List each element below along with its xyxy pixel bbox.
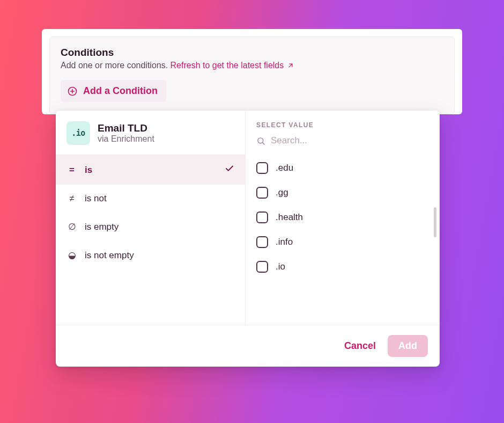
- operator-label: is not empty: [85, 250, 134, 261]
- value-search-input[interactable]: [271, 135, 429, 146]
- operator-is-empty[interactable]: ∅ is empty: [56, 213, 245, 241]
- popover-footer: Cancel Add: [56, 325, 440, 367]
- operator-list: = is ≠ is not ∅ is empty: [56, 155, 245, 325]
- field-name: Email TLD: [98, 122, 154, 134]
- value-section-heading: Select Value: [246, 111, 440, 132]
- conditions-panel: Conditions Add one or more conditions. R…: [49, 37, 455, 114]
- panel-subtitle-row: Add one or more conditions. Refresh to g…: [61, 61, 443, 70]
- operator-label: is empty: [85, 222, 118, 232]
- operator-label: is not: [85, 193, 107, 204]
- refresh-link-text: Refresh to get the latest fields: [171, 61, 284, 70]
- operator-is-not-empty[interactable]: ◒ is not empty: [56, 241, 245, 269]
- plus-circle-icon: [67, 86, 78, 97]
- add-condition-label: Add a Condition: [83, 85, 158, 97]
- scrollbar-thumb[interactable]: [434, 207, 436, 237]
- value-option-label: .io: [276, 261, 285, 272]
- operator-is-not[interactable]: ≠ is not: [56, 185, 245, 213]
- value-option-label: .edu: [276, 163, 293, 173]
- checkbox-icon[interactable]: [256, 236, 268, 248]
- panel-subtitle: Add one or more conditions.: [61, 61, 171, 70]
- check-icon: [225, 164, 234, 176]
- value-search-row: [246, 132, 440, 154]
- field-badge-text: .io: [71, 128, 85, 138]
- add-button[interactable]: Add: [388, 335, 428, 357]
- panel-title: Conditions: [61, 47, 443, 59]
- value-option-label: .health: [276, 212, 303, 223]
- operator-column: .io Email TLD via Enrichment = is: [56, 111, 246, 325]
- cancel-button[interactable]: Cancel: [344, 340, 376, 352]
- value-option[interactable]: .gg: [256, 180, 435, 205]
- half-circle-icon: ◒: [66, 250, 77, 261]
- not-equals-icon: ≠: [66, 193, 77, 204]
- value-list[interactable]: .edu .gg .health .info: [246, 154, 440, 325]
- value-option-label: .info: [276, 237, 293, 247]
- field-type-badge: .io: [66, 121, 90, 145]
- checkbox-icon[interactable]: [256, 162, 268, 174]
- add-condition-button[interactable]: Add a Condition: [61, 80, 166, 102]
- operator-label: is: [85, 165, 92, 176]
- value-option[interactable]: .info: [256, 230, 435, 254]
- condition-popover: .io Email TLD via Enrichment = is: [56, 111, 440, 367]
- value-option[interactable]: .io: [256, 254, 435, 279]
- checkbox-icon[interactable]: [256, 187, 268, 199]
- field-source: via Enrichment: [98, 134, 154, 144]
- checkbox-icon[interactable]: [256, 261, 268, 273]
- search-icon: [256, 136, 265, 145]
- field-header: .io Email TLD via Enrichment: [56, 111, 245, 155]
- checkbox-icon[interactable]: [256, 212, 268, 223]
- value-column: Select Value .edu .gg: [246, 111, 440, 325]
- value-option[interactable]: .edu: [256, 156, 435, 180]
- external-link-icon: [287, 62, 294, 69]
- value-option-label: .gg: [276, 187, 288, 198]
- refresh-fields-link[interactable]: Refresh to get the latest fields: [171, 61, 295, 70]
- equals-icon: =: [66, 165, 77, 176]
- svg-point-1: [258, 137, 263, 143]
- conditions-card: Conditions Add one or more conditions. R…: [42, 29, 462, 114]
- value-option[interactable]: .health: [256, 205, 435, 230]
- empty-set-icon: ∅: [66, 221, 77, 232]
- operator-is[interactable]: = is: [56, 155, 245, 185]
